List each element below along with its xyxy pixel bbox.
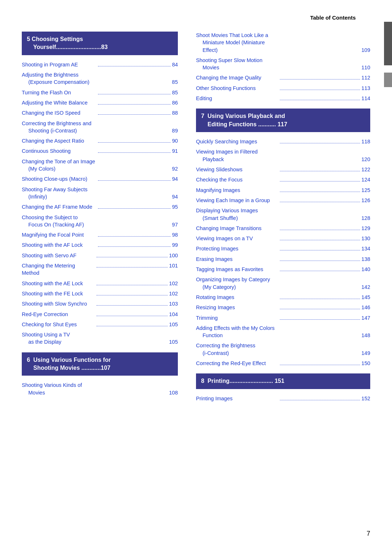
entry-title-line2: Focus On (Tracking AF) [22, 221, 84, 228]
entry-title: Protecting Images [196, 245, 278, 252]
toc-entry: Magnifying the Focal Point 98 [22, 231, 178, 238]
toc-entry: Rotating Images 145 [196, 294, 370, 301]
entry-page: 149 [362, 349, 370, 357]
entry-title-line2: as the Display [22, 338, 61, 345]
entry-title: Magnifying Images [196, 187, 278, 194]
toc-entry-multiline: Adjusting the Brightness (Exposure Compe… [22, 71, 178, 86]
entry-page: 97 [172, 221, 178, 228]
entry-page: 109 [362, 46, 370, 54]
dots [280, 79, 360, 79]
dots [97, 285, 168, 285]
entry-title: Shooting Close-ups (Macro) [22, 175, 97, 183]
entry-title: Changing Image Transitions [196, 225, 278, 232]
entry-title: Printing Images [196, 395, 278, 402]
entry-title: Other Shooting Functions [196, 85, 278, 92]
entry-page: 108 [169, 389, 178, 396]
entry-page: 89 [172, 127, 178, 134]
toc-entry: Changing the AF Frame Mode 95 [22, 203, 178, 210]
entry-page: 129 [362, 225, 370, 232]
entry-page: 90 [172, 137, 178, 144]
section6-content: 6 Using Various Functions for Shooting M… [27, 357, 111, 371]
entry-page: 128 [362, 214, 370, 222]
left-column: 5 Choosing Settings Yourself............… [22, 32, 178, 405]
entry-page: 125 [362, 187, 370, 194]
toc-entry: Checking for Shut Eyes 105 [22, 321, 178, 328]
entry-page: 95 [172, 203, 178, 210]
entry-page: 85 [172, 89, 178, 96]
section7-content: 7 Using Various Playback and Editing Fun… [201, 113, 287, 127]
dots [280, 90, 360, 90]
toc-entry-multiline: Adding Effects with the My Colors Functi… [196, 324, 370, 339]
section8-header: 8 Printing........................... 15… [196, 373, 370, 389]
entry-page: 105 [169, 321, 178, 328]
entry-title: Rotating Images [196, 294, 278, 301]
entry-page: 152 [362, 395, 370, 402]
dots [98, 152, 171, 153]
dots [98, 246, 171, 247]
toc-entry: Turning the Flash On 85 [22, 89, 178, 96]
entry-page: 140 [362, 266, 370, 273]
entry-page: 147 [362, 314, 370, 322]
dots [280, 250, 360, 250]
dots [280, 230, 360, 230]
entry-page: 138 [362, 255, 370, 263]
entry-title: Quickly Searching Images [196, 138, 278, 145]
dots [98, 66, 171, 66]
entry-title: Editing [196, 95, 278, 102]
right-tab-lower [384, 73, 392, 87]
dots [280, 192, 360, 192]
entry-title: Red-Eye Correction [22, 311, 95, 318]
toc-entry: Changing the ISO Speed 88 [22, 109, 178, 116]
entry-title: Changing the Tone of an Image [22, 158, 95, 165]
right-tab-top [384, 22, 392, 65]
dots [98, 104, 171, 105]
entry-title: Tagging Images as Favorites [196, 266, 278, 273]
dots [280, 319, 360, 320]
entry-page: 98 [172, 231, 178, 238]
toc-entry: Shooting with Servo AF 100 [22, 252, 178, 259]
entry-title-line2: (My Colors) [22, 165, 56, 172]
entry-title-line2: Movies [22, 389, 45, 396]
entry-page: 150 [362, 360, 370, 367]
entry-title: Shooting with Servo AF [22, 252, 95, 259]
entry-page: 148 [362, 332, 370, 339]
toc-entry-multiline: Shooting Far Away Subjects (Infinity) 94 [22, 186, 178, 201]
dots [98, 236, 171, 237]
entry-title: Checking the Focus [196, 176, 278, 183]
entry-page: 100 [169, 252, 178, 259]
entry-title: Changing the Aspect Ratio [22, 137, 97, 144]
dots [98, 114, 171, 115]
toc-entry: Continuous Shooting 91 [22, 147, 178, 155]
entry-page: 101 [169, 262, 178, 269]
entry-title: Correcting the Red-Eye Effect [196, 360, 278, 367]
entry-title: Turning the Flash On [22, 89, 97, 96]
entry-page: 104 [169, 311, 178, 318]
entry-title-line2: Shooting (i-Contrast) [22, 127, 77, 134]
entry-title: Shooting Various Kinds of [22, 381, 82, 389]
entry-page: 103 [169, 300, 178, 307]
entry-title-line2: Function [196, 332, 223, 339]
entry-title: Viewing Slideshows [196, 166, 278, 173]
dots [280, 240, 360, 240]
entry-title-line2: (Infinity) [22, 193, 47, 200]
toc-entry: Trimming 147 [196, 314, 370, 322]
header-title: Table of Contents [310, 15, 356, 21]
toc-entry: Tagging Images as Favorites 140 [196, 266, 370, 273]
entry-page: 145 [362, 294, 370, 301]
toc-entry: Viewing Images on a TV 130 [196, 235, 370, 242]
entry-title-line2: (My Category) [196, 283, 236, 291]
entry-page: 85 [172, 78, 178, 86]
dots [280, 100, 360, 100]
entry-title: Shooting Far Away Subjects [22, 186, 87, 193]
entry-title: Shooting with the AE Lock [22, 280, 95, 287]
toc-entry: Shooting with Slow Synchro 103 [22, 300, 178, 307]
toc-entry-multiline: Shooting Super Slow Motion Movies 110 [196, 57, 370, 71]
toc-entry: Changing the Aspect Ratio 90 [22, 137, 178, 144]
toc-entry: Shooting in Program AE 84 [22, 61, 178, 68]
toc-entry: Shooting with the FE Lock 102 [22, 290, 178, 297]
section6-header: 6 Using Various Functions for Shooting M… [22, 352, 178, 376]
dots [97, 295, 168, 295]
entry-title: Trimming [196, 314, 278, 322]
toc-entry-multiline: Choosing the Subject to Focus On (Tracki… [22, 214, 178, 229]
entry-title: Checking for Shut Eyes [22, 321, 95, 328]
